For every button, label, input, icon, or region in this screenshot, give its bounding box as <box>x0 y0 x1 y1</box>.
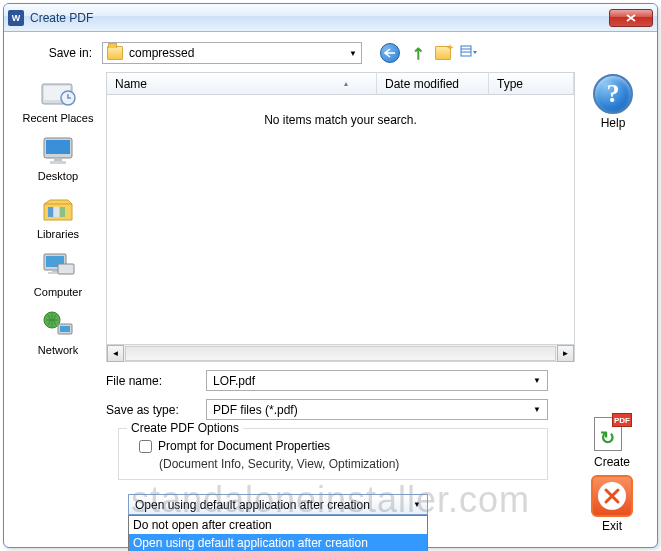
prompt-label: Prompt for Document Properties <box>158 439 330 453</box>
up-level-button[interactable]: ↗ <box>404 40 429 65</box>
new-folder-button[interactable] <box>434 44 452 62</box>
place-label: Computer <box>34 286 82 298</box>
sort-indicator-icon: ▴ <box>344 79 348 88</box>
create-label: Create <box>594 455 630 469</box>
chevron-down-icon: ▼ <box>349 49 357 58</box>
prompt-checkbox[interactable] <box>139 440 152 453</box>
filename-value: LOF.pdf <box>213 374 255 388</box>
savetype-combo[interactable]: PDF files (*.pdf) ▼ <box>206 399 548 420</box>
back-button[interactable] <box>380 43 400 63</box>
libraries-icon <box>38 192 78 226</box>
column-name[interactable]: Name▴ <box>107 73 377 94</box>
savetype-value: PDF files (*.pdf) <box>213 403 298 417</box>
place-label: Desktop <box>38 170 78 182</box>
chevron-down-icon: ▼ <box>413 500 421 509</box>
close-icon <box>626 14 636 22</box>
place-label: Network <box>38 344 78 356</box>
desktop-icon <box>38 134 78 168</box>
computer-icon <box>38 250 78 284</box>
after-creation-combo[interactable]: Open using default application after cre… <box>128 494 428 515</box>
column-date[interactable]: Date modified <box>377 73 489 94</box>
save-in-value: compressed <box>129 46 194 60</box>
filename-input[interactable]: LOF.pdf ▼ <box>206 370 548 391</box>
place-label: Recent Places <box>23 112 94 124</box>
prompt-sublabel: (Document Info, Security, View, Optimiza… <box>159 457 535 471</box>
window-title: Create PDF <box>30 11 609 25</box>
after-selected: Open using default application after cre… <box>135 498 370 512</box>
svg-rect-20 <box>60 326 70 332</box>
exit-label: Exit <box>602 519 622 533</box>
svg-rect-15 <box>52 270 58 272</box>
chevron-down-icon: ▼ <box>533 405 541 414</box>
place-desktop[interactable]: Desktop <box>18 134 98 182</box>
svg-rect-10 <box>48 207 53 217</box>
titlebar[interactable]: W Create PDF <box>4 4 657 32</box>
after-creation-dropdown: Do not open after creation Open using de… <box>128 515 428 551</box>
create-button[interactable]: PDF ↻ Create <box>592 413 632 469</box>
recent-places-icon <box>38 76 78 110</box>
svg-rect-12 <box>60 207 65 217</box>
close-button[interactable] <box>609 9 653 27</box>
help-label: Help <box>601 116 626 130</box>
network-icon <box>38 308 78 342</box>
app-icon: W <box>8 10 24 26</box>
svg-rect-7 <box>46 140 70 154</box>
svg-rect-8 <box>54 158 62 161</box>
svg-rect-11 <box>54 207 59 217</box>
places-bar: Recent Places Desktop Libraries <box>18 72 98 362</box>
empty-message: No items match your search. <box>107 95 574 145</box>
views-icon <box>460 45 478 61</box>
exit-button[interactable]: Exit <box>591 475 633 533</box>
save-in-label: Save in: <box>18 46 102 60</box>
horizontal-scrollbar[interactable]: ◄ ► <box>107 344 574 361</box>
file-list-header: Name▴ Date modified Type <box>107 73 574 95</box>
create-icon: PDF ↻ <box>592 413 632 453</box>
folder-icon <box>107 46 123 60</box>
file-list[interactable]: Name▴ Date modified Type No items match … <box>106 72 575 362</box>
options-legend: Create PDF Options <box>127 421 243 435</box>
help-icon: ? <box>593 74 633 114</box>
arrow-left-icon <box>384 48 396 58</box>
svg-rect-0 <box>461 46 471 56</box>
dialog-window: W Create PDF Save in: compressed ▼ ↗ <box>3 3 658 548</box>
place-recent[interactable]: Recent Places <box>18 76 98 124</box>
svg-rect-17 <box>58 264 74 274</box>
scroll-right-button[interactable]: ► <box>557 345 574 362</box>
place-network[interactable]: Network <box>18 308 98 356</box>
savetype-label: Save as type: <box>106 403 206 417</box>
place-computer[interactable]: Computer <box>18 250 98 298</box>
save-in-combo[interactable]: compressed ▼ <box>102 42 362 64</box>
create-pdf-options-group: Create PDF Options Prompt for Document P… <box>118 428 548 480</box>
place-libraries[interactable]: Libraries <box>18 192 98 240</box>
scroll-left-button[interactable]: ◄ <box>107 345 124 362</box>
scroll-track[interactable] <box>125 346 556 361</box>
views-button[interactable] <box>460 44 478 62</box>
column-type[interactable]: Type <box>489 73 574 94</box>
chevron-down-icon: ▼ <box>533 376 541 385</box>
exit-icon <box>591 475 633 517</box>
after-option-opendefault[interactable]: Open using default application after cre… <box>129 534 427 551</box>
filename-label: File name: <box>106 374 206 388</box>
svg-rect-9 <box>50 161 66 164</box>
after-option-donotopen[interactable]: Do not open after creation <box>129 516 427 534</box>
help-button[interactable]: ? Help <box>593 74 633 130</box>
place-label: Libraries <box>37 228 79 240</box>
